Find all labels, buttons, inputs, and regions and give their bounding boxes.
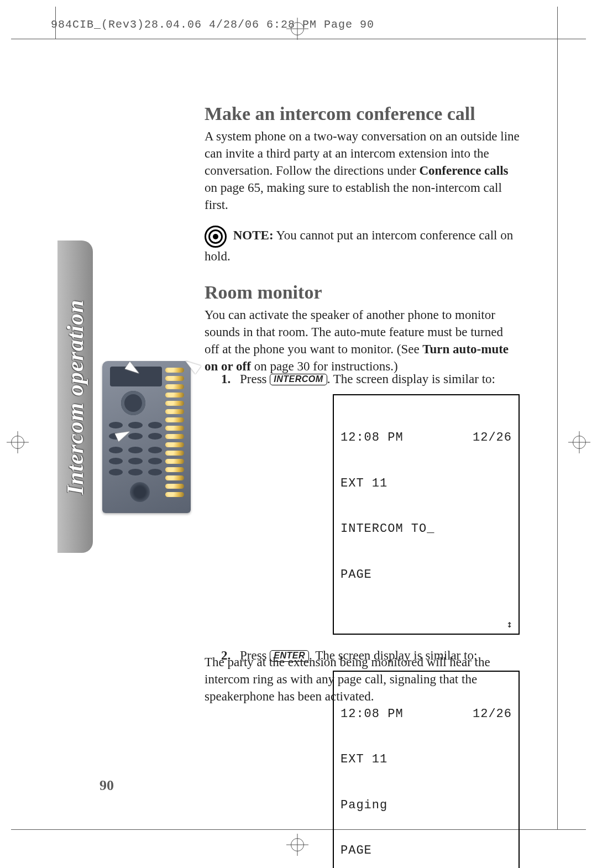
registration-mark-icon	[7, 431, 29, 453]
paragraph: You can activate the speaker of another …	[205, 306, 520, 375]
note-block: NOTE: You cannot put an intercom confere…	[205, 226, 520, 265]
crop-line	[55, 7, 56, 39]
lcd-date: 12/26	[473, 707, 512, 722]
heading-conference: Make an intercom conference call	[205, 103, 520, 124]
note-label: NOTE:	[233, 229, 274, 243]
text: . The screen display is similar to:	[327, 372, 495, 386]
registration-mark-icon	[286, 18, 308, 40]
paragraph: A system phone on a two-way conversation…	[205, 128, 520, 213]
lcd-time: 12:08 PM	[341, 707, 404, 722]
scroll-indicator-icon: ↕	[506, 619, 513, 629]
heading-room-monitor: Room monitor	[205, 281, 520, 303]
text: Press	[240, 372, 270, 386]
page-number: 90	[100, 778, 114, 793]
text-bold: Conference calls	[419, 164, 508, 177]
manual-page: 984CIB_(Rev3)28.04.06 4/28/06 6:28 PM Pa…	[0, 0, 597, 868]
lcd-line: Paging	[341, 798, 512, 813]
lcd-date: 12/26	[473, 430, 512, 446]
content-column: Make an intercom conference call A syste…	[205, 103, 520, 377]
lcd-line: INTERCOM TO_	[341, 521, 512, 537]
steps-block: 1. Press INTERCOM. The screen display is…	[221, 370, 520, 868]
lcd-time: 12:08 PM	[341, 430, 404, 446]
lcd-line: PAGE	[341, 843, 512, 859]
lcd-line: EXT 11	[341, 752, 512, 767]
lcd-display-1: 12:08 PM12/26 EXT 11 INTERCOM TO_ PAGE ↕	[333, 394, 520, 635]
closing-paragraph: The party at the extension being monitor…	[205, 653, 520, 705]
text: on page 65, making sure to establish the…	[205, 181, 502, 212]
keycap-intercom: INTERCOM	[270, 374, 327, 385]
phone-illustration	[102, 361, 191, 513]
note-icon	[205, 226, 227, 248]
step-number: 1.	[221, 370, 232, 388]
crop-line	[557, 39, 558, 829]
step-1: 1. Press INTERCOM. The screen display is…	[221, 370, 520, 388]
section-tab-label: Intercom operation	[64, 299, 87, 494]
crop-line	[557, 7, 558, 39]
section-tab: Intercom operation	[57, 240, 93, 553]
registration-mark-icon	[568, 431, 590, 453]
lcd-line: PAGE	[341, 567, 512, 583]
prepress-header: 984CIB_(Rev3)28.04.06 4/28/06 6:28 PM Pa…	[51, 19, 374, 30]
lcd-line: EXT 11	[341, 476, 512, 491]
